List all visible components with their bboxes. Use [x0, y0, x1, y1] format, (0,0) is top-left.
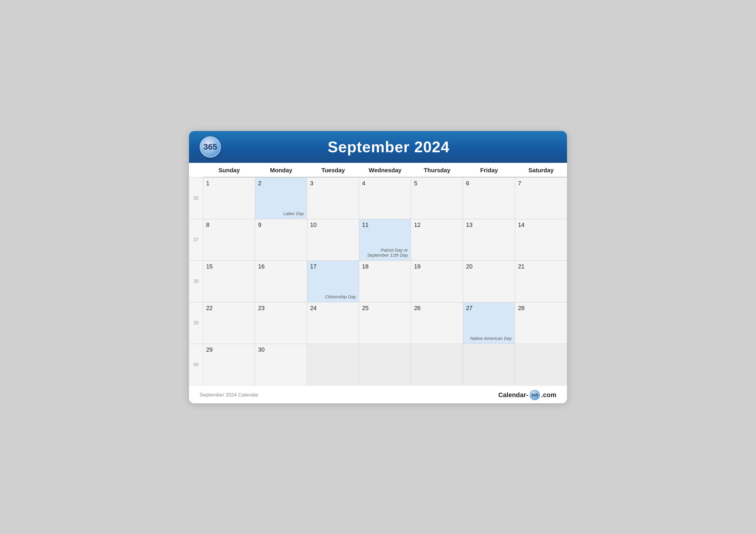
day-header-thursday: Thursday [411, 163, 463, 177]
date-number: 30 [258, 346, 304, 353]
day-cell-13: 13 [463, 219, 515, 261]
date-number: 27 [466, 305, 512, 312]
date-number: 1 [206, 180, 252, 187]
day-cell-19: 19 [411, 261, 463, 302]
date-number: 18 [362, 263, 408, 270]
date-number: 15 [206, 263, 252, 270]
day-cell-21: 21 [515, 261, 567, 302]
week-row-3: 39222324252627Native American Day28 [189, 302, 567, 344]
week-num-37: 37 [189, 219, 203, 261]
day-header-saturday: Saturday [515, 163, 567, 177]
day-cell-empty-4-3 [359, 344, 411, 385]
week-num-38: 38 [189, 261, 203, 302]
day-cell-8: 8 [203, 219, 255, 261]
date-number: 2 [258, 180, 304, 187]
day-cell-18: 18 [359, 261, 411, 302]
day-cell-empty-4-6 [515, 344, 567, 385]
date-number: 11 [362, 221, 408, 228]
week-row-4: 402930 [189, 344, 567, 385]
day-cell-25: 25 [359, 302, 411, 344]
week-num-40: 40 [189, 344, 203, 385]
logo-badge: 365 [200, 136, 221, 158]
day-cell-2: 2Labor Day [255, 178, 307, 219]
calendar-wrapper: 365 September 2024 SundayMondayTuesdayWe… [189, 131, 567, 403]
week-num-39: 39 [189, 302, 203, 344]
day-cell-14: 14 [515, 219, 567, 261]
day-cell-1: 1 [203, 178, 255, 219]
date-number: 24 [310, 305, 356, 312]
holiday-label: Patriot Day or September 11th Day [359, 247, 408, 258]
day-cell-empty-4-4 [411, 344, 463, 385]
holiday-label: Citizenship Day [325, 294, 356, 299]
footer-brand-prefix: Calendar- [498, 391, 528, 399]
day-cell-5: 5 [411, 178, 463, 219]
day-cell-empty-4-5 [463, 344, 515, 385]
day-cell-9: 9 [255, 219, 307, 261]
day-cell-4: 4 [359, 178, 411, 219]
day-header-wednesday: Wednesday [359, 163, 411, 177]
holiday-label: Labor Day [284, 211, 304, 216]
date-number: 26 [414, 305, 460, 312]
day-cell-29: 29 [203, 344, 255, 385]
day-cell-11: 11Patriot Day or September 11th Day [359, 219, 411, 261]
day-cell-15: 15 [203, 261, 255, 302]
day-cell-24: 24 [307, 302, 359, 344]
day-cell-28: 28 [515, 302, 567, 344]
date-number: 19 [414, 263, 460, 270]
date-number: 10 [310, 221, 356, 228]
week-row-1: 37891011Patriot Day or September 11th Da… [189, 219, 567, 261]
calendar-title: September 2024 [221, 138, 556, 156]
day-header-monday: Monday [255, 163, 307, 177]
day-cell-22: 22 [203, 302, 255, 344]
date-number: 16 [258, 263, 304, 270]
day-cell-26: 26 [411, 302, 463, 344]
date-number: 21 [518, 263, 564, 270]
date-number: 9 [258, 221, 304, 228]
date-number: 23 [258, 305, 304, 312]
week-row-2: 38151617Citizenship Day18192021 [189, 261, 567, 302]
day-cell-17: 17Citizenship Day [307, 261, 359, 302]
day-cell-12: 12 [411, 219, 463, 261]
footer-brand-badge: 365 [529, 390, 540, 400]
day-cell-23: 23 [255, 302, 307, 344]
date-number: 7 [518, 180, 564, 187]
day-cell-20: 20 [463, 261, 515, 302]
date-number: 13 [466, 221, 512, 228]
footer-brand-suffix: .com [541, 391, 556, 399]
day-cell-3: 3 [307, 178, 359, 219]
day-header-friday: Friday [463, 163, 515, 177]
week-num-36: 36 [189, 178, 203, 219]
date-number: 20 [466, 263, 512, 270]
day-cell-6: 6 [463, 178, 515, 219]
date-number: 4 [362, 180, 408, 187]
day-cell-16: 16 [255, 261, 307, 302]
week-num-header-spacer [189, 163, 203, 177]
day-cell-30: 30 [255, 344, 307, 385]
calendar-header: 365 September 2024 [189, 131, 567, 163]
date-number: 5 [414, 180, 460, 187]
footer-bar: September 2024 Calendar Calendar- 365 .c… [189, 385, 567, 403]
holiday-label: Native American Day [471, 336, 512, 341]
date-number: 3 [310, 180, 356, 187]
date-number: 17 [310, 263, 356, 270]
date-number: 14 [518, 221, 564, 228]
day-cell-7: 7 [515, 178, 567, 219]
day-header-sunday: Sunday [203, 163, 255, 177]
date-number: 8 [206, 221, 252, 228]
date-number: 25 [362, 305, 408, 312]
date-number: 12 [414, 221, 460, 228]
date-number: 22 [206, 305, 252, 312]
day-cell-empty-4-2 [307, 344, 359, 385]
week-row-0: 3612Labor Day34567 [189, 177, 567, 219]
day-header-tuesday: Tuesday [307, 163, 359, 177]
date-number: 6 [466, 180, 512, 187]
date-number: 28 [518, 305, 564, 312]
day-cell-27: 27Native American Day [463, 302, 515, 344]
date-number: 29 [206, 346, 252, 353]
day-cell-10: 10 [307, 219, 359, 261]
day-headers-row: SundayMondayTuesdayWednesdayThursdayFrid… [189, 163, 567, 177]
footer-caption: September 2024 Calendar [200, 392, 258, 398]
calendar-body: 3612Labor Day3456737891011Patriot Day or… [189, 177, 567, 385]
footer-brand: Calendar- 365 .com [498, 390, 556, 400]
